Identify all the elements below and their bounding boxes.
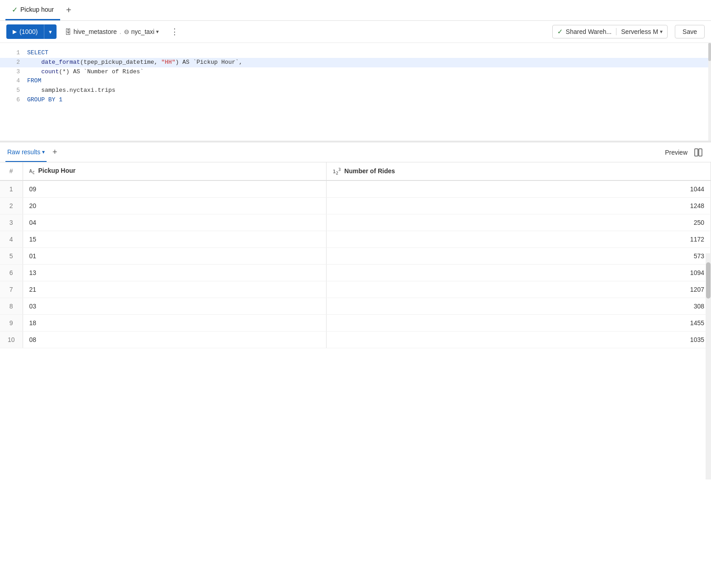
table-row: 2201248 — [0, 197, 711, 214]
schema-icon: ⊖ — [124, 28, 129, 35]
code-line-2: 2 date_format(tpep_pickup_datetime, "HH"… — [0, 58, 711, 67]
play-icon: ▶ — [13, 28, 17, 35]
table-row: 1091044 — [0, 180, 711, 198]
cell-num-rides: 1172 — [326, 231, 711, 247]
table-row: 6131094 — [0, 264, 711, 281]
results-tabs-bar: Raw results ▾ + Preview — [0, 142, 711, 162]
code-editor[interactable]: 1 SELECT 2 date_format(tpep_pickup_datet… — [0, 43, 711, 142]
run-button[interactable]: ▶ (1000) — [6, 24, 44, 39]
cell-pickup-hour: 01 — [23, 247, 326, 264]
line-number-3: 3 — [4, 67, 20, 77]
cell-row-num: 9 — [0, 314, 23, 331]
warehouse-dropdown-icon: ▾ — [660, 28, 663, 35]
cell-row-num: 4 — [0, 231, 23, 247]
table-row: 10081035 — [0, 331, 711, 348]
tab-pickup-hour[interactable]: ✓ Pickup hour — [5, 0, 60, 20]
cell-row-num: 7 — [0, 281, 23, 298]
cell-row-num: 10 — [0, 331, 23, 348]
cell-row-num: 6 — [0, 264, 23, 281]
cell-num-rides: 573 — [326, 247, 711, 264]
code-content-2: date_format(tpep_pickup_datetime, "HH") … — [27, 58, 707, 67]
results-add-tab-button[interactable]: + — [48, 146, 61, 159]
table-row: 9181455 — [0, 314, 711, 331]
code-content-1: SELECT — [27, 48, 707, 58]
tab-label: Pickup hour — [20, 6, 54, 13]
save-button[interactable]: Save — [675, 25, 705, 38]
table-row: 803308 — [0, 298, 711, 314]
results-tab-raw[interactable]: Raw results ▾ — [5, 142, 47, 162]
col-header-pickup-hour[interactable]: AC Pickup Hour — [23, 162, 326, 180]
code-line-6: 6 GROUP BY 1 — [0, 95, 711, 105]
num-rides-type-icon: 123 — [333, 169, 341, 175]
warehouse-name: Shared Wareh... — [566, 28, 611, 35]
dropdown-icon: ▾ — [49, 28, 52, 35]
db-name: hive_metastore — [73, 28, 117, 35]
table-row: 4151172 — [0, 231, 711, 247]
toolbar: ▶ (1000) ▾ 🗄 hive_metastore . ⊖ nyc_taxi… — [0, 21, 711, 43]
cell-num-rides: 1035 — [326, 331, 711, 348]
warehouse-type-label: Serverless — [621, 28, 651, 35]
database-icon: 🗄 — [65, 28, 71, 36]
cell-num-rides: 308 — [326, 298, 711, 314]
run-label: (1000) — [19, 28, 38, 35]
schema-name: nyc_taxi — [131, 28, 154, 35]
table-row: 7211207 — [0, 281, 711, 298]
more-options-button[interactable]: ⋮ — [167, 25, 182, 38]
line-number-6: 6 — [4, 95, 20, 105]
cell-num-rides: 1455 — [326, 314, 711, 331]
page-scrollbar-thumb — [706, 262, 711, 299]
run-button-group: ▶ (1000) ▾ — [6, 24, 57, 39]
results-section: Raw results ▾ + Preview # AC Pickup Hour — [0, 142, 711, 348]
page-scrollbar[interactable] — [706, 253, 711, 348]
cell-row-num: 1 — [0, 180, 23, 198]
separator-dot: . — [119, 28, 121, 35]
cell-pickup-hour: 04 — [23, 214, 326, 231]
cell-pickup-hour: 13 — [23, 264, 326, 281]
cell-num-rides: 1207 — [326, 281, 711, 298]
table-header-row: # AC Pickup Hour 123 Number of Rides — [0, 162, 711, 180]
layout-icon — [694, 148, 703, 157]
tab-bar: ✓ Pickup hour + — [0, 0, 711, 21]
col-header-pickup-hour-label: Pickup Hour — [38, 167, 76, 174]
warehouse-type-section: Serverless M ▾ — [616, 28, 663, 35]
code-content-5: samples.nyctaxi.trips — [27, 86, 707, 95]
layout-button[interactable] — [691, 146, 706, 159]
code-line-1: 1 SELECT — [0, 48, 711, 58]
cell-pickup-hour: 18 — [23, 314, 326, 331]
preview-button[interactable]: Preview — [661, 147, 691, 158]
code-line-3: 3 count(*) AS `Number of Rides` — [0, 67, 711, 77]
code-content-3: count(*) AS `Number of Rides` — [27, 67, 707, 77]
pickup-hour-type-icon: AC — [29, 168, 35, 174]
cell-row-num: 5 — [0, 247, 23, 264]
code-line-5: 5 samples.nyctaxi.trips — [0, 86, 711, 95]
run-dropdown-button[interactable]: ▾ — [44, 24, 57, 39]
results-tab-label: Raw results — [7, 148, 40, 156]
warehouse-selector[interactable]: ✓ Shared Wareh... Serverless M ▾ — [552, 25, 668, 38]
svg-rect-0 — [695, 149, 698, 156]
db-dropdown-icon: ▾ — [156, 28, 159, 35]
cell-row-num: 8 — [0, 298, 23, 314]
code-line-4: 4 FROM — [0, 76, 711, 86]
col-header-num: # — [0, 162, 23, 180]
cell-row-num: 3 — [0, 214, 23, 231]
line-number-5: 5 — [4, 86, 20, 95]
cell-pickup-hour: 08 — [23, 331, 326, 348]
results-table-body: 1091044220124830425041511725015736131094… — [0, 180, 711, 348]
cell-pickup-hour: 20 — [23, 197, 326, 214]
cell-row-num: 2 — [0, 197, 23, 214]
table-row: 501573 — [0, 247, 711, 264]
line-number-4: 4 — [4, 76, 20, 86]
svg-rect-1 — [699, 149, 702, 156]
results-table: # AC Pickup Hour 123 Number of Rides 109… — [0, 162, 711, 348]
code-content-4: FROM — [27, 76, 707, 86]
table-row: 304250 — [0, 214, 711, 231]
warehouse-size-label: M — [653, 28, 658, 35]
cell-num-rides: 1094 — [326, 264, 711, 281]
results-tab-dropdown[interactable]: ▾ — [42, 149, 45, 155]
tab-add-button[interactable]: + — [62, 4, 76, 17]
cell-pickup-hour: 03 — [23, 298, 326, 314]
col-header-num-rides[interactable]: 123 Number of Rides — [326, 162, 711, 180]
editor-scrollbar — [708, 43, 711, 141]
col-header-num-rides-label: Number of Rides — [344, 167, 395, 175]
db-selector[interactable]: 🗄 hive_metastore . ⊖ nyc_taxi ▾ — [60, 25, 163, 38]
